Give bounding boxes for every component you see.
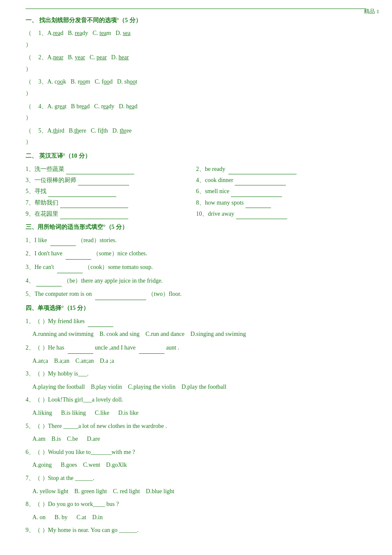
s4-q3-paren[interactable]: 3、（ ）My hobby is___. — [26, 368, 89, 380]
s4-q6-options: A.going B.goes C.went D.goXlk — [32, 460, 366, 471]
q5-paren[interactable]: （ ） — [26, 125, 37, 148]
s3-q5-text: 5、The computer rom is on （two）floor. — [26, 288, 182, 300]
s4-q4-paren[interactable]: 4、（ ）Look!This girl___a lovely doll. — [26, 394, 123, 406]
s4-q6-stem: 6、（ ）Would you like to_______with me ? — [26, 447, 366, 458]
s4-q1-paren[interactable]: 1、（ ）My friend likes — [26, 315, 115, 327]
s4-q2-options: A.an;a B.a;an C.an;an D.a ;a — [32, 356, 366, 367]
s3-q4: 4、 （be）there any apple juice in the frid… — [26, 275, 366, 287]
q5-row: （ ） 5、A.third B.there C. fifth D. three — [26, 125, 366, 148]
s2-q7-right: 8、how many spots — [196, 197, 366, 208]
section3-questions: 1、I like （read）stories. 2、I don't have （… — [26, 234, 366, 300]
s4-q8-paren[interactable]: 8、（ ）Do you go to work____ bus ? — [26, 499, 119, 510]
s4-q1-options: A.running and swimming B. cook and sing … — [32, 329, 366, 340]
section1-title: 一、 找出划线部分发音不同的选项°（5 分） — [26, 17, 366, 24]
s2-q9-right: 10、drive away — [196, 208, 366, 219]
s2-q9-left: 9、在花园里 — [26, 208, 196, 219]
section2-row1: 1、洗一些蔬菜 2、be ready — [26, 163, 366, 174]
q4-row: （ ） 4、A. great B bread C. ready D. head — [26, 101, 366, 124]
s4-q6-paren[interactable]: 6、（ ）Would you like to_______with me ? — [26, 447, 135, 458]
s2-q1-blank[interactable] — [66, 163, 134, 174]
s4-q7-paren[interactable]: 7、（ ）Stop at the ______. — [26, 473, 94, 484]
s2-q7-blank[interactable] — [60, 197, 128, 208]
section3-title: 三、用所给词的适当形式填空°（5 分） — [26, 223, 366, 231]
s2-q8-blank[interactable] — [245, 197, 271, 208]
s4-q9-stem: 9、（ ）My home is near. You can go ______. — [26, 525, 366, 536]
q3-paren[interactable]: （ ） — [26, 76, 37, 99]
s2-q3-blank[interactable] — [78, 174, 129, 185]
section4-title: 四、单项选择°（15 分） — [26, 304, 366, 312]
s4-q5-options: A.am B.is C.be D.are — [32, 434, 366, 445]
q2-paren[interactable]: （ ） — [26, 52, 37, 75]
s2-q6-blank[interactable] — [231, 185, 282, 197]
s3-q4-text: 4、 （be）there any apple juice in the frid… — [26, 275, 163, 287]
s3-q1: 1、I like （read）stories. — [26, 234, 366, 246]
q1-row: （ ） 1、A.read B. ready C. team D. sea — [26, 28, 366, 50]
s4-q2-blank2[interactable] — [139, 342, 164, 354]
s4-q4-options: A.liking B.is liking C.like D.is like — [32, 408, 366, 419]
q5-text: 5、A.third B.there C. fifth D. three — [38, 125, 132, 137]
s4-q4-stem: 4、（ ）Look!This girl___a lovely doll. — [26, 394, 366, 406]
top-divider — [26, 9, 366, 9]
q3-row: （ ） 3、A. cook B. room C. food D. shoot — [26, 76, 366, 99]
s4-q2-blank1[interactable] — [68, 342, 93, 354]
q4-text: 4、A. great B bread C. ready D. head — [38, 101, 138, 113]
s4-q7-options: A. yellow light B. green light C. red li… — [32, 486, 366, 497]
s2-q5-right: 6、smell nice — [196, 185, 366, 197]
s3-q4-blank[interactable] — [36, 275, 62, 287]
s2-q1-left: 1、洗一些蔬菜 — [26, 163, 196, 174]
s3-q3-blank[interactable] — [57, 261, 83, 273]
s2-q10-blank[interactable] — [236, 208, 287, 219]
s4-q5-stem: 5、（ ）There _____a lot of new clothes in … — [26, 421, 366, 432]
s2-q1-right: 2、be ready — [196, 163, 366, 174]
section2-questions: 1、洗一些蔬菜 2、be ready 3、一位很棒的厨师 4、cook dinn… — [26, 163, 366, 219]
s4-q9-paren[interactable]: 9、（ ）My home is near. You can go ______. — [26, 525, 138, 536]
section4-questions: 1、（ ）My friend likes A.running and swimm… — [26, 315, 366, 536]
s4-q5-paren[interactable]: 5、（ ）There _____a lot of new clothes in … — [26, 421, 167, 432]
s4-q2-paren[interactable]: 2、（ ）He has uncle ,and I have aunt . — [26, 342, 179, 354]
s4-q2-stem: 2、（ ）He has uncle ,and I have aunt . — [26, 342, 366, 354]
s2-q2-blank[interactable] — [228, 163, 297, 174]
s2-q7-left: 7、帮助我们 — [26, 197, 196, 208]
s2-q4-blank[interactable] — [235, 174, 286, 185]
section2-title: 二、 英汉互译°（10 分） — [26, 152, 366, 160]
s3-q2-text: 2、I don't have （some）nice clothes. — [26, 248, 147, 260]
s3-q5: 5、The computer rom is on （two）floor. — [26, 288, 366, 300]
s3-q1-blank[interactable] — [50, 234, 76, 246]
q4-paren[interactable]: （ ） — [26, 101, 37, 124]
s4-q7-stem: 7、（ ）Stop at the ______. — [26, 473, 366, 484]
q2-row: （ ） 2、A.near B. year C. pear D. hear — [26, 52, 366, 75]
s4-q8-stem: 8、（ ）Do you go to work____ bus ? — [26, 499, 366, 510]
s4-q3-stem: 3、（ ）My hobby is___. — [26, 368, 366, 380]
s2-q9-blank[interactable] — [60, 208, 128, 219]
s2-q3-left: 3、一位很棒的厨师 — [26, 174, 196, 185]
q3-text: 3、A. cook B. room C. food D. shoot — [38, 76, 137, 88]
s4-q1-stem: 1、（ ）My friend likes — [26, 315, 366, 327]
s2-q3-right: 4、cook dinner — [196, 174, 366, 185]
q2-text: 2、A.near B. year C. pear D. hear — [38, 52, 129, 64]
q1-text: 1、A.read B. ready C. team D. sea — [38, 28, 130, 39]
top-right-label: 精品 1 — [364, 8, 379, 15]
s3-q3: 3、He can't （cook）some tomato soup. — [26, 261, 366, 273]
s2-q5-blank[interactable] — [48, 185, 116, 197]
section2-row2: 3、一位很棒的厨师 4、cook dinner — [26, 174, 366, 185]
s4-q3-options: A.playing the football B.play violin C.p… — [32, 382, 366, 393]
section2-row3: 5、寻找 6、smell nice — [26, 185, 366, 197]
s3-q1-text: 1、I like （read）stories. — [26, 234, 117, 246]
section1-questions: （ ） 1、A.read B. ready C. team D. sea （ ）… — [26, 28, 366, 148]
q1-paren[interactable]: （ ） — [26, 28, 37, 50]
s3-q2-blank[interactable] — [66, 248, 91, 260]
s3-q2: 2、I don't have （some）nice clothes. — [26, 248, 366, 260]
section2-row4: 7、帮助我们 8、how many spots — [26, 197, 366, 208]
s3-q3-text: 3、He can't （cook）some tomato soup. — [26, 261, 153, 273]
s4-q8-options: A. on B. by C.at D.in — [32, 512, 366, 523]
section2-row5: 9、在花园里 10、drive away — [26, 208, 366, 219]
s4-q1-blank[interactable] — [88, 315, 113, 327]
s2-q5-left: 5、寻找 — [26, 185, 196, 197]
s3-q5-blank[interactable] — [95, 288, 146, 300]
